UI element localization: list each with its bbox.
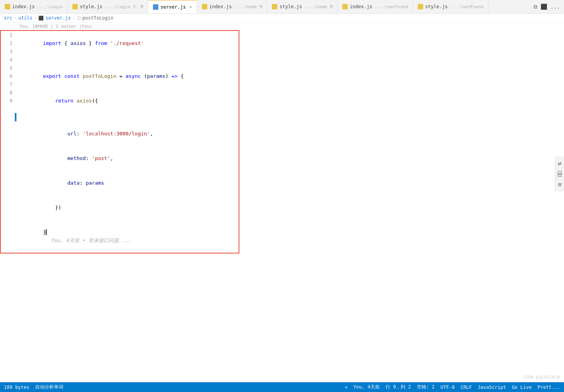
line-num-4: 4 xyxy=(5,56,13,64)
code-line-7: data: params xyxy=(16,171,239,195)
line-num-6: 6 xyxy=(5,72,13,80)
tab-index-notfound[interactable]: index.js ....\notFound xyxy=(338,0,413,14)
breadcrumb-file-icon: ⬛ xyxy=(38,16,44,21)
status-syntax[interactable]: JavaScript xyxy=(478,385,506,390)
breadcrumb-sep2: › xyxy=(34,15,37,21)
status-file-size: 189 bytes xyxy=(4,385,29,390)
tab-icon-3 xyxy=(153,4,158,10)
status-left: 189 bytes 自动分析单词 xyxy=(4,384,345,390)
status-right: ⊙ You, 4天前 行 9，列 2 空格: 2 UTF-8 CRLF Java… xyxy=(345,384,560,390)
tab-icon-2 xyxy=(72,4,78,9)
text-cursor xyxy=(46,229,47,235)
tab-icon-7 xyxy=(418,4,423,9)
tab-bar-actions: ⧉ ⬛ ... xyxy=(533,4,564,10)
status-encoding[interactable]: UTF-8 xyxy=(440,385,454,390)
status-line-ending[interactable]: CRLF xyxy=(460,385,472,390)
close-tab-button[interactable]: ✕ xyxy=(189,4,192,9)
right-panel-icons: ⇄ ⌸ ≡ xyxy=(555,156,564,191)
tab-style-notfound[interactable]: style.js ....\notFound xyxy=(413,0,489,14)
tab-style-login[interactable]: style.js ....\login 3. M xyxy=(68,0,148,14)
status-bar: 189 bytes 自动分析单词 ⊙ You, 4天前 行 9，列 2 空格: … xyxy=(0,382,564,392)
tab-sublabel-1: ....\login xyxy=(37,4,63,9)
breadcrumb: src › utils › ⬛ server.js › ⬡ postToLogi… xyxy=(0,14,564,23)
tab-index-home[interactable]: index.js ....\home M xyxy=(197,0,268,14)
tab-sublabel-2: ....\login 3. M xyxy=(104,4,143,9)
status-analysis[interactable]: 自动分析单词 xyxy=(35,384,63,390)
status-spaces[interactable]: 空格: 2 xyxy=(417,384,435,390)
line-num-7: 7 xyxy=(5,80,13,88)
code-line-6: method: 'post', xyxy=(16,146,239,171)
line-num-5: 5 xyxy=(5,64,13,72)
code-line-8: }) xyxy=(16,195,239,220)
git-indicator xyxy=(15,113,16,121)
tab-icon-4 xyxy=(202,4,207,9)
tab-style-home[interactable]: style.js ....\home M xyxy=(267,0,338,14)
tab-sublabel-5: ....\home M xyxy=(304,4,332,9)
watermark: CSDN @东方幻想乡 xyxy=(523,374,560,380)
breadcrumb-sep1: › xyxy=(14,15,17,21)
tab-label-4: index.js xyxy=(209,4,232,9)
code-content[interactable]: import { axios } from './request' export… xyxy=(16,31,239,253)
tab-server[interactable]: server.js ✕ xyxy=(148,0,197,14)
git-info-text: You, 1秒钟前 | 1 author (You) xyxy=(20,24,92,29)
tab-label-7: style.js xyxy=(425,4,448,9)
editor-main: You, 1秒钟前 | 1 author (You) 1 2 3 4 5 6 7… xyxy=(0,23,564,391)
tab-icon-1 xyxy=(5,4,10,9)
code-line-1: import { axios } from './request' xyxy=(16,31,239,56)
tab-label-1: index.js xyxy=(12,4,35,9)
tab-icon-5 xyxy=(272,4,277,9)
watermark-text: CSDN @东方幻想乡 xyxy=(523,375,560,380)
code-line-3: export const postToLogin = async (params… xyxy=(16,64,239,88)
tab-sublabel-6: ....\notFound xyxy=(374,4,408,9)
tab-sublabel-7: ....\notFound xyxy=(450,4,483,9)
tab-index-login[interactable]: index.js ....\login xyxy=(0,0,68,14)
line-num-8: 8 xyxy=(5,88,13,97)
breadcrumb-func-icon: ⬡ xyxy=(77,16,81,21)
code-line-9: } You, 4天前 • 登录接口问题 ... xyxy=(16,220,239,253)
tab-bar: index.js ....\login style.js ....\login … xyxy=(0,0,564,14)
code-line-2 xyxy=(16,56,239,64)
line-num-2: 2 xyxy=(5,39,13,47)
split-editor-icon[interactable]: ⧉ xyxy=(533,4,537,10)
tab-label-2: style.js xyxy=(80,4,102,9)
tab-label-6: index.js xyxy=(350,4,372,9)
code-line-4: return axios({ xyxy=(16,88,239,113)
tab-icon-6 xyxy=(342,4,348,9)
breadcrumb-src[interactable]: src xyxy=(4,15,13,21)
tab-sublabel-4: ....\home M xyxy=(234,4,262,9)
breadcrumb-server[interactable]: server.js xyxy=(45,15,71,21)
status-prettier[interactable]: Prett... xyxy=(537,385,560,390)
git-blame-text: You, 4天前 • 登录接口问题 ... xyxy=(51,237,131,243)
location-icon: ⊙ xyxy=(345,385,347,389)
format-icon[interactable]: ⇄ xyxy=(557,158,563,168)
line-num-1: 1 xyxy=(5,31,13,39)
wrap-icon[interactable]: ⌸ xyxy=(557,169,563,179)
more-icon[interactable]: ... xyxy=(550,4,560,10)
breadcrumb-postToLogin[interactable]: postToLogin xyxy=(83,15,113,21)
tab-label-5: style.js xyxy=(279,4,302,9)
git-info: You, 1秒钟前 | 1 author (You) xyxy=(0,23,564,30)
status-cursor-pos[interactable]: 行 9，列 2 xyxy=(386,384,411,390)
breadcrumb-sep3: › xyxy=(72,15,75,21)
line-num-9: 9 xyxy=(5,97,13,105)
code-line-5: url: 'localhost:3000/login', xyxy=(16,113,239,146)
tab-label-3: server.js xyxy=(160,4,186,10)
code-editor[interactable]: 1 2 3 4 5 6 7 8 9 import { axios } from … xyxy=(0,30,239,254)
line-numbers: 1 2 3 4 5 6 7 8 9 xyxy=(1,31,16,253)
line-num-3: 3 xyxy=(5,47,13,56)
status-go-live[interactable]: Go Live xyxy=(512,385,532,390)
status-git-info: You, 4天前 xyxy=(353,384,379,390)
collapse-all-icon[interactable]: ≡ xyxy=(557,180,563,189)
collapse-icon[interactable]: ⬛ xyxy=(541,4,547,10)
breadcrumb-utils[interactable]: utils xyxy=(18,15,32,21)
